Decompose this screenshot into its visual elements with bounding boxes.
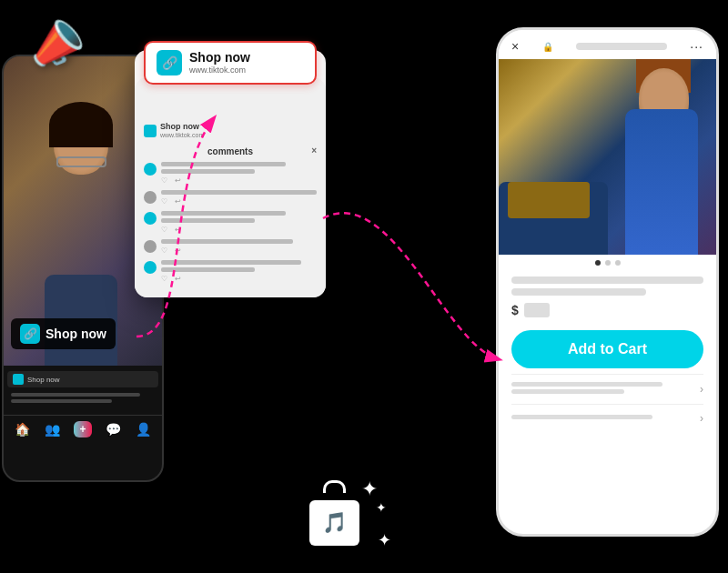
detail-chevron-1: › bbox=[700, 383, 703, 396]
phone-right: × 🔒 ··· $ Add to Cart › bbox=[496, 27, 719, 537]
comments-label: comments bbox=[207, 146, 253, 156]
comment-avatar-1 bbox=[144, 163, 157, 176]
comment-text-5b bbox=[161, 267, 255, 272]
video-hair bbox=[49, 102, 113, 147]
comment-row-4: ♡ ↩ bbox=[144, 239, 317, 255]
shopping-bag-area: 🎵 ✦ ✦ ✦ bbox=[309, 491, 359, 546]
popup-mini-shop: Shop now www.tiktok.com bbox=[144, 123, 317, 139]
pr-person-body bbox=[625, 109, 698, 255]
comment-avatar-5 bbox=[144, 261, 157, 274]
mini-shop-icon-small bbox=[13, 374, 24, 385]
detail-chevron-2: › bbox=[700, 412, 703, 425]
shop-now-text: Shop now bbox=[46, 327, 106, 341]
comment-text-1b bbox=[161, 169, 255, 174]
nav-chat-icon[interactable]: 💬 bbox=[106, 422, 121, 437]
like-icon-4[interactable]: ♡ bbox=[161, 246, 167, 255]
nav-home-icon[interactable]: 🏠 bbox=[15, 422, 30, 437]
product-price-row: $ bbox=[511, 303, 703, 317]
like-icon-1[interactable]: ♡ bbox=[161, 176, 167, 185]
comment-content-1: ♡ ↩ bbox=[161, 162, 317, 185]
shop-now-icon: 🔗 bbox=[20, 324, 40, 344]
mini-gray-lines bbox=[7, 391, 158, 407]
detail-line-1a bbox=[511, 382, 662, 387]
comment-row-1: ♡ ↩ bbox=[144, 162, 317, 185]
sparkle-2: ✦ bbox=[376, 500, 387, 515]
popup-mini-url: www.tiktok.com bbox=[160, 132, 204, 139]
comment-content-4: ♡ ↩ bbox=[161, 239, 317, 255]
product-detail-row-2[interactable]: › bbox=[511, 404, 703, 432]
comment-row-2: ♡ ↩ bbox=[144, 190, 317, 206]
reply-icon-5[interactable]: ↩ bbox=[175, 275, 181, 283]
popup-mini-icon bbox=[144, 125, 157, 137]
like-icon-5[interactable]: ♡ bbox=[161, 275, 167, 283]
popup-shop-url: www.tiktok.com bbox=[189, 65, 250, 75]
phone-dots bbox=[499, 255, 716, 269]
popup-card-inner: Shop now www.tiktok.com comments × ♡ ↩ bbox=[135, 77, 326, 297]
product-content: $ Add to Cart › › bbox=[499, 269, 716, 439]
ph-url-bar[interactable] bbox=[576, 43, 667, 50]
phone-right-header: × 🔒 ··· bbox=[499, 30, 716, 59]
detail-lines-1 bbox=[511, 382, 700, 397]
gray-line-2 bbox=[11, 399, 112, 403]
popup-card: 🔗 Shop now www.tiktok.com Shop now www.t… bbox=[135, 50, 326, 297]
reply-icon-1[interactable]: ↩ bbox=[175, 176, 181, 185]
ph-lock-icon: 🔒 bbox=[542, 42, 553, 52]
nav-friends-icon[interactable]: 👥 bbox=[45, 422, 60, 437]
popup-shop-banner[interactable]: 🔗 Shop now www.tiktok.com bbox=[144, 41, 317, 85]
comments-close-btn[interactable]: × bbox=[311, 146, 317, 156]
phone-left-bottom: Shop now bbox=[4, 366, 162, 413]
ph-close-btn[interactable]: × bbox=[511, 39, 519, 54]
video-glasses bbox=[56, 156, 106, 167]
add-to-cart-button[interactable]: Add to Cart bbox=[511, 330, 703, 368]
product-title-bar-2 bbox=[511, 288, 646, 296]
comment-text-5 bbox=[161, 260, 301, 265]
comment-actions-5: ♡ ↩ bbox=[161, 275, 317, 283]
popup-shop-icon: 🔗 bbox=[157, 50, 182, 75]
comment-avatar-3 bbox=[144, 212, 157, 225]
comment-row-5: ♡ ↩ bbox=[144, 260, 317, 283]
reply-icon-3[interactable]: ↩ bbox=[175, 226, 181, 234]
comment-avatar-4 bbox=[144, 240, 157, 253]
nav-add-icon[interactable]: + bbox=[74, 421, 91, 437]
comments-header: comments × bbox=[144, 146, 317, 156]
nav-profile-icon[interactable]: 👤 bbox=[136, 422, 151, 437]
dot-1 bbox=[595, 260, 601, 266]
product-detail-row-1[interactable]: › bbox=[511, 374, 703, 404]
comment-actions-4: ♡ ↩ bbox=[161, 246, 317, 255]
phone-nav: 🏠 👥 + 💬 👤 bbox=[4, 415, 162, 441]
detail-lines-2 bbox=[511, 415, 700, 422]
comment-content-5: ♡ ↩ bbox=[161, 260, 317, 283]
bag-body: 🎵 bbox=[309, 500, 359, 546]
like-icon-2[interactable]: ♡ bbox=[161, 197, 167, 206]
detail-line-2a bbox=[511, 415, 652, 419]
tiktok-logo-in-bag: 🎵 bbox=[322, 513, 347, 533]
comment-content-3: ♡ ↩ bbox=[161, 211, 317, 234]
sparkle-1: ✦ bbox=[361, 478, 378, 501]
mini-shop-label: Shop now bbox=[27, 376, 60, 384]
comment-text-2 bbox=[161, 190, 317, 195]
price-dollar-sign: $ bbox=[511, 303, 519, 317]
reply-icon-4[interactable]: ↩ bbox=[175, 246, 181, 255]
shop-now-overlay[interactable]: 🔗 Shop now bbox=[11, 318, 116, 349]
ph-dots-btn[interactable]: ··· bbox=[690, 39, 703, 54]
comment-text-3b bbox=[161, 218, 255, 223]
comment-text-1 bbox=[161, 162, 286, 166]
comment-avatar-2 bbox=[144, 191, 157, 204]
dot-2 bbox=[605, 260, 611, 266]
sparkle-3: ✦ bbox=[378, 530, 391, 550]
comment-text-4 bbox=[161, 239, 293, 244]
bag-icon: 🎵 ✦ ✦ ✦ bbox=[309, 491, 359, 546]
comment-actions-2: ♡ ↩ bbox=[161, 197, 317, 206]
gray-line-1 bbox=[11, 393, 140, 397]
like-icon-3[interactable]: ♡ bbox=[161, 226, 167, 234]
popup-shop-title: Shop now bbox=[189, 50, 250, 65]
product-title-bar-1 bbox=[511, 276, 703, 284]
reply-icon-2[interactable]: ↩ bbox=[175, 197, 181, 206]
popup-mini-texts: Shop now www.tiktok.com bbox=[160, 123, 204, 139]
mini-shop-banner[interactable]: Shop now bbox=[7, 371, 158, 387]
bag-handle bbox=[323, 480, 346, 493]
dot-3 bbox=[615, 260, 621, 266]
popup-mini-title: Shop now bbox=[160, 123, 204, 132]
comment-actions-3: ♡ ↩ bbox=[161, 226, 317, 234]
detail-line-1b bbox=[511, 389, 624, 394]
